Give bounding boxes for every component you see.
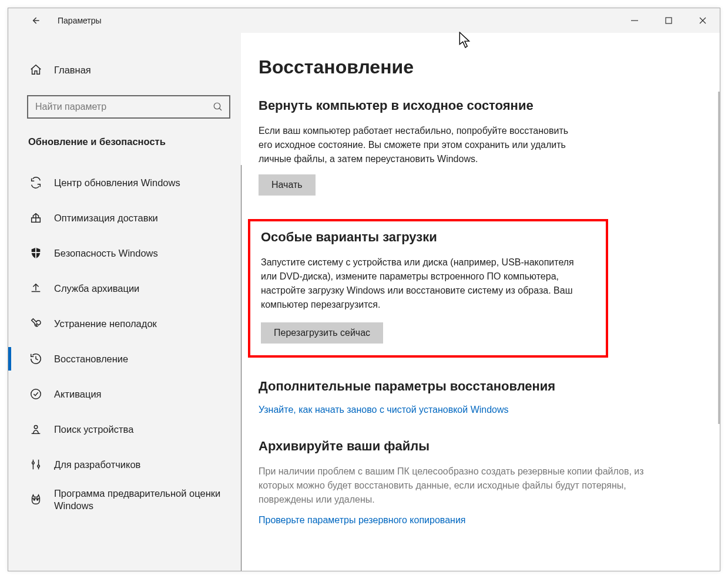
section-description: При наличии проблем с вашим ПК целесообр… [259, 464, 682, 507]
nav-label: Устранение неполадок [54, 318, 157, 330]
nav-label: Восстановление [54, 353, 128, 365]
section-more-recovery: Дополнительные параметры восстановления … [259, 379, 702, 415]
sidebar-section-title: Обновление и безопасность [8, 136, 241, 147]
upload-icon [29, 282, 42, 295]
nav-label: Активация [54, 388, 102, 400]
nav-item-delivery-optimization[interactable]: Оптимизация доставки [8, 200, 241, 235]
home-icon [29, 63, 42, 76]
nav-item-backup[interactable]: Служба архивации [8, 271, 241, 306]
search-input[interactable] [35, 102, 213, 112]
minimize-button[interactable] [618, 8, 652, 33]
section-description: Запустите систему с устройства или диска… [261, 255, 590, 312]
sidebar-home-label: Главная [54, 65, 91, 76]
content-row: Главная Обновление и безопасность Центр … [8, 33, 720, 571]
location-icon [29, 423, 42, 436]
close-button[interactable] [686, 8, 720, 33]
wrench-icon [29, 317, 42, 330]
settings-window: Параметры Главная [8, 8, 720, 571]
nav-label: Оптимизация доставки [54, 212, 158, 224]
sync-icon [29, 176, 42, 189]
nav-item-windows-update[interactable]: Центр обновления Windows [8, 165, 241, 200]
tools-icon [29, 458, 42, 471]
main-content: Восстановление Вернуть компьютер в исход… [241, 33, 720, 571]
search-icon [213, 102, 223, 112]
ninja-cat-icon [29, 493, 42, 506]
svg-point-16 [38, 465, 40, 467]
svg-rect-1 [666, 18, 672, 23]
history-icon [29, 352, 42, 365]
section-heading: Особые варианты загрузки [261, 230, 595, 245]
section-backup-files: Архивируйте ваши файлы При наличии пробл… [259, 439, 702, 526]
section-heading: Архивируйте ваши файлы [259, 439, 702, 454]
svg-point-11 [34, 426, 38, 429]
section-reset-pc: Вернуть компьютер в исходное состояние Е… [259, 98, 702, 196]
window-title: Параметры [58, 16, 102, 25]
backup-settings-link[interactable]: Проверьте параметры резервного копирован… [259, 515, 465, 525]
nav-label: Программа предварительной оценки Windows [54, 487, 233, 511]
nav-item-find-device[interactable]: Поиск устройства [8, 412, 241, 447]
restart-now-button[interactable]: Перезагрузить сейчас [261, 322, 383, 344]
scrollbar-thumb[interactable] [718, 92, 720, 424]
section-heading: Вернуть компьютер в исходное состояние [259, 98, 702, 113]
maximize-button[interactable] [652, 8, 686, 33]
nav-label: Безопасность Windows [54, 247, 158, 260]
fresh-start-link[interactable]: Узнайте, как начать заново с чистой уста… [259, 405, 509, 415]
back-icon[interactable] [29, 15, 41, 26]
page-title: Восстановление [259, 56, 702, 78]
nav-item-developers[interactable]: Для разработчиков [8, 447, 241, 482]
reset-start-button[interactable]: Начать [259, 174, 316, 196]
nav-label: Центр обновления Windows [54, 177, 180, 189]
svg-rect-9 [31, 252, 41, 253]
sidebar-home[interactable]: Главная [8, 58, 241, 82]
nav-label: Для разработчиков [54, 459, 140, 471]
section-heading: Дополнительные параметры восстановления [259, 379, 702, 394]
svg-point-18 [37, 499, 38, 500]
sidebar-search[interactable] [27, 95, 230, 119]
delivery-icon [29, 211, 42, 224]
window-controls [618, 8, 720, 33]
nav-item-activation[interactable]: Активация [8, 376, 241, 412]
svg-point-4 [214, 103, 220, 109]
nav-item-troubleshoot[interactable]: Устранение неполадок [8, 306, 241, 341]
section-advanced-startup: Особые варианты загрузки Запустите систе… [248, 219, 608, 358]
sidebar-nav: Центр обновления Windows Оптимизация дос… [8, 165, 241, 517]
sidebar: Главная Обновление и безопасность Центр … [8, 33, 241, 571]
nav-scroll-region: Центр обновления Windows Оптимизация дос… [8, 165, 241, 571]
nav-item-windows-security[interactable]: Безопасность Windows [8, 235, 241, 271]
svg-point-17 [33, 499, 35, 500]
section-description: Если ваш компьютер работает нестабильно,… [259, 124, 570, 166]
check-circle-icon [29, 388, 42, 400]
scrollbar[interactable] [714, 92, 720, 553]
shield-icon [29, 247, 42, 260]
svg-point-10 [31, 389, 41, 399]
nav-label: Служба архивации [54, 282, 139, 295]
nav-item-insider[interactable]: Программа предварительной оценки Windows [8, 482, 241, 517]
nav-item-recovery[interactable]: Восстановление [8, 341, 241, 376]
nav-label: Поиск устройства [54, 423, 133, 436]
titlebar-left: Параметры [29, 15, 102, 26]
svg-point-14 [32, 462, 35, 464]
svg-line-5 [219, 108, 222, 110]
titlebar: Параметры [8, 8, 720, 33]
